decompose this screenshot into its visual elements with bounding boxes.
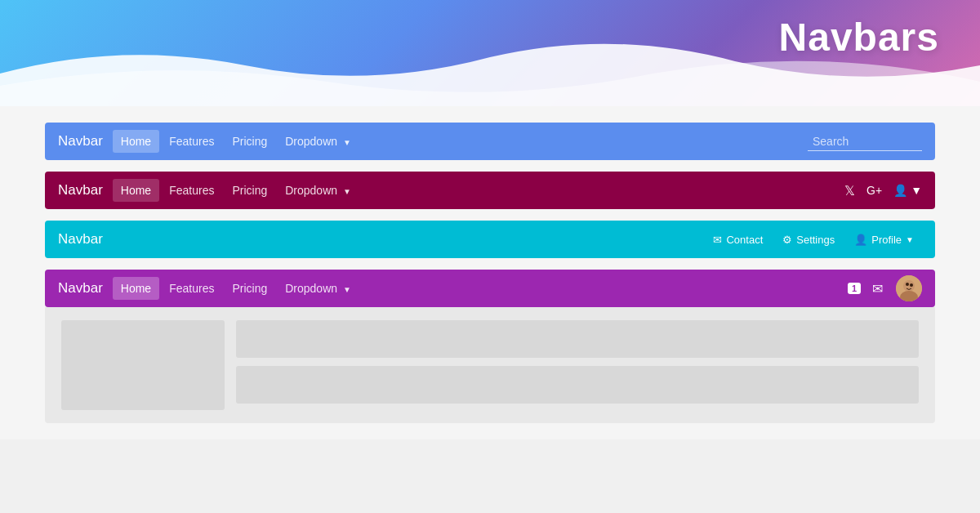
navbar-2: Navbar Home Features Pricing Dropdown ▼ … [45, 172, 935, 209]
navbar-1-brand: Navbar [58, 127, 103, 156]
googleplus-icon[interactable]: G+ [866, 184, 882, 197]
contact-button[interactable]: ✉ Contact [705, 230, 771, 250]
user-dropdown-arrow: ▼ [911, 184, 922, 197]
navbar-4-pricing[interactable]: Pricing [224, 277, 275, 300]
user-menu[interactable]: 👤 ▼ [893, 184, 922, 197]
dropdown-2-arrow: ▼ [343, 187, 351, 196]
content-preview [45, 307, 935, 423]
navbar-4-items: Home Features Pricing Dropdown ▼ [113, 277, 848, 300]
navbar-2-features[interactable]: Features [161, 179, 222, 202]
navbar-1-features[interactable]: Features [161, 130, 222, 153]
navbar-4-features[interactable]: Features [161, 277, 222, 300]
navbar-2-items: Home Features Pricing Dropdown ▼ [113, 179, 844, 202]
navbar-1-pricing[interactable]: Pricing [224, 130, 275, 153]
envelope-icon: ✉ [713, 234, 722, 246]
navbar-1-items: Home Features Pricing Dropdown ▼ [113, 130, 808, 153]
navbar-3-right: ✉ Contact ⚙ Settings 👤 Profile ▼ [705, 230, 922, 250]
navbar-3: Navbar ✉ Contact ⚙ Settings 👤 Profile ▼ [45, 221, 935, 258]
main-content: Navbar Home Features Pricing Dropdown ▼ … [0, 106, 980, 439]
navbar-4-home[interactable]: Home [113, 277, 159, 300]
social-icons: 𝕏 G+ 👤 ▼ [844, 183, 922, 199]
dropdown-4-arrow: ▼ [343, 285, 351, 294]
avatar[interactable] [896, 275, 922, 301]
dropdown-1-arrow: ▼ [343, 138, 351, 147]
navbar-4-container: Navbar Home Features Pricing Dropdown ▼ … [45, 270, 935, 423]
settings-label: Settings [796, 234, 835, 246]
settings-button[interactable]: ⚙ Settings [774, 230, 843, 250]
navbar-4: Navbar Home Features Pricing Dropdown ▼ … [45, 270, 935, 307]
preview-bar-2 [236, 366, 919, 404]
preview-image-placeholder [61, 320, 225, 410]
message-badge: 1 [848, 283, 861, 294]
profile-button[interactable]: 👤 Profile ▼ [846, 230, 922, 250]
preview-text-area [236, 320, 919, 410]
navbar-1: Navbar Home Features Pricing Dropdown ▼ [45, 123, 935, 160]
navbar-2-right: 𝕏 G+ 👤 ▼ [844, 183, 922, 199]
navbar-4-brand: Navbar [58, 274, 103, 303]
preview-bar-1 [236, 320, 919, 358]
navbar-2-pricing[interactable]: Pricing [224, 179, 275, 202]
svg-point-3 [906, 283, 909, 286]
navbar-4-dropdown[interactable]: Dropdown ▼ [277, 277, 359, 300]
navbar-1-dropdown[interactable]: Dropdown ▼ [277, 130, 359, 153]
profile-dropdown-arrow: ▼ [906, 235, 914, 244]
gear-icon: ⚙ [782, 234, 792, 246]
mail-icon[interactable]: ✉ [872, 281, 883, 297]
navbar-3-brand: Navbar [58, 225, 103, 254]
navbar-2-dropdown[interactable]: Dropdown ▼ [277, 179, 359, 202]
navbar-4-right: 1 ✉ [848, 275, 922, 301]
navbar-2-brand: Navbar [58, 176, 103, 205]
twitter-icon[interactable]: 𝕏 [844, 183, 855, 199]
navbar-1-right [808, 132, 922, 151]
profile-icon: 👤 [854, 234, 867, 246]
search-input[interactable] [808, 132, 922, 151]
contact-label: Contact [726, 234, 763, 246]
profile-label: Profile [871, 234, 902, 246]
navbar-2-home[interactable]: Home [113, 179, 159, 202]
action-buttons: ✉ Contact ⚙ Settings 👤 Profile ▼ [705, 230, 922, 250]
user-icon: 👤 [893, 184, 907, 197]
page-title: Navbars [779, 15, 939, 60]
hero-section: Navbars [0, 0, 980, 106]
svg-point-4 [910, 283, 913, 287]
navbar-1-home[interactable]: Home [113, 130, 159, 153]
